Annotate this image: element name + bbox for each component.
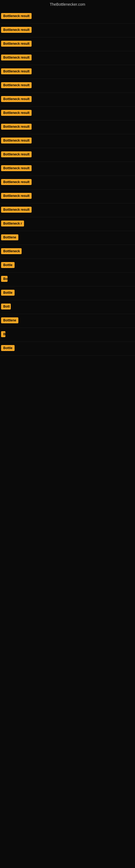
bottleneck-result-badge[interactable]: Bottleneck result bbox=[1, 13, 32, 19]
list-item: Bottleneck result bbox=[0, 162, 135, 176]
list-item: Bott bbox=[0, 300, 135, 314]
list-item: Bottleneck result bbox=[0, 24, 135, 37]
list-item: Bottlene bbox=[0, 231, 135, 245]
bottleneck-result-badge[interactable]: Bottlene bbox=[1, 235, 18, 240]
bottleneck-result-badge[interactable]: Bottleneck bbox=[1, 248, 21, 254]
bottleneck-result-badge[interactable]: Bottleneck result bbox=[1, 179, 32, 185]
list-item: Bottleneck result bbox=[0, 79, 135, 93]
bottleneck-result-badge[interactable]: B bbox=[1, 331, 5, 337]
bottleneck-result-badge[interactable]: Bottle bbox=[1, 262, 14, 268]
list-item: Bottleneck result bbox=[0, 176, 135, 190]
bottleneck-result-badge[interactable]: Bottleneck result bbox=[1, 41, 32, 46]
bottleneck-result-badge[interactable]: Bottleneck result bbox=[1, 55, 32, 61]
bottleneck-result-badge[interactable]: Bottleneck result bbox=[1, 193, 32, 199]
bottleneck-result-badge[interactable]: Bottle bbox=[1, 345, 14, 351]
bottleneck-result-badge[interactable]: Bo bbox=[1, 276, 8, 282]
bottleneck-result-badge[interactable]: Bott bbox=[1, 304, 11, 310]
site-title: TheBottlenecker.com bbox=[0, 0, 135, 10]
bottleneck-result-badge[interactable]: Bottleneck result bbox=[1, 124, 32, 130]
bottleneck-result-badge[interactable]: Bottleneck result bbox=[1, 165, 32, 171]
list-item: Bottleneck result bbox=[0, 37, 135, 51]
list-item: B bbox=[0, 328, 135, 342]
list-item: Bottleneck result bbox=[0, 204, 135, 217]
list-item: Bottleneck result bbox=[0, 51, 135, 65]
list-item: Bottleneck bbox=[0, 245, 135, 259]
bottleneck-result-badge[interactable]: Bottleneck result bbox=[1, 137, 32, 144]
list-item: Bottleneck result bbox=[0, 10, 135, 24]
bottleneck-result-badge[interactable]: Bottle bbox=[1, 290, 14, 296]
list-item: Bottleneck result bbox=[0, 120, 135, 134]
list-item: Bottleneck result bbox=[0, 148, 135, 162]
list-item: Bottleneck result bbox=[0, 106, 135, 120]
bottleneck-result-badge[interactable]: Bottleneck result bbox=[1, 27, 32, 33]
bottleneck-result-badge[interactable]: Bottlene bbox=[1, 317, 18, 323]
list-item: Bottle bbox=[0, 342, 135, 355]
bottleneck-result-badge[interactable]: Bottleneck result bbox=[1, 68, 32, 74]
list-item: Bottlene bbox=[0, 314, 135, 328]
list-item: Bottleneck result bbox=[0, 93, 135, 106]
bottleneck-result-badge[interactable]: Bottleneck result bbox=[1, 110, 32, 116]
site-header: TheBottlenecker.com bbox=[0, 0, 135, 10]
bottleneck-result-badge[interactable]: Bottleneck result bbox=[1, 96, 32, 102]
list-item: Bottle bbox=[0, 286, 135, 300]
list-item: Bottleneck result bbox=[0, 134, 135, 148]
list-item: Bo bbox=[0, 273, 135, 286]
list-item: Bottle bbox=[0, 259, 135, 273]
list-item: Bottleneck r bbox=[0, 217, 135, 231]
bottleneck-result-badge[interactable]: Bottleneck result bbox=[1, 151, 32, 157]
bottleneck-result-badge[interactable]: Bottleneck r bbox=[1, 220, 24, 226]
bottleneck-result-badge[interactable]: Bottleneck result bbox=[1, 82, 32, 88]
results-list: Bottleneck resultBottleneck resultBottle… bbox=[0, 10, 135, 355]
bottleneck-result-badge[interactable]: Bottleneck result bbox=[1, 207, 32, 213]
list-item: Bottleneck result bbox=[0, 190, 135, 204]
list-item: Bottleneck result bbox=[0, 65, 135, 79]
